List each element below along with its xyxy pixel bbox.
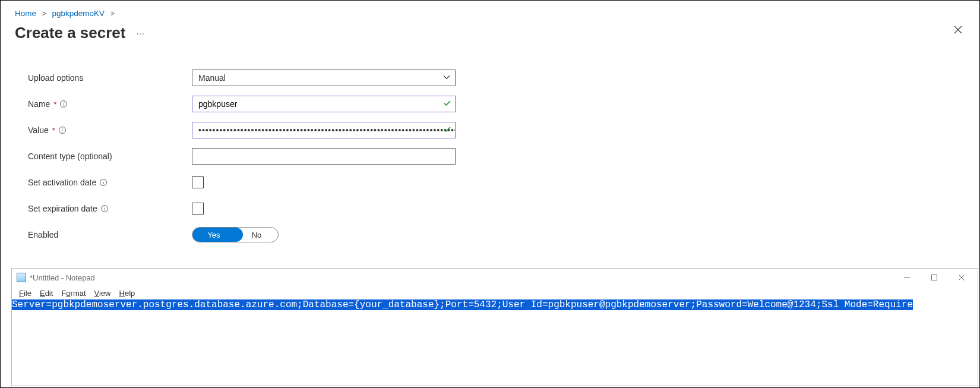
required-mark: * (52, 126, 55, 135)
close-button[interactable] (951, 23, 965, 37)
content-type-label: Content type (optional) (28, 152, 112, 161)
close-icon (959, 275, 965, 280)
value-label: Value (28, 125, 49, 135)
maximize-button[interactable] (921, 269, 948, 286)
menu-help[interactable]: Help (116, 288, 139, 298)
menu-edit[interactable]: Edit (36, 288, 56, 298)
menu-view[interactable]: View (91, 288, 115, 298)
notepad-editor[interactable]: Server=pgbkpdemoserver.postgres.database… (12, 299, 978, 386)
toggle-yes[interactable]: Yes (192, 231, 235, 239)
required-mark: * (53, 100, 56, 109)
close-icon (954, 26, 962, 34)
breadcrumb-kv[interactable]: pgbkpdemoKV (52, 9, 105, 18)
notepad-icon (17, 273, 26, 282)
info-icon[interactable]: i (101, 205, 108, 212)
menu-format[interactable]: Format (58, 288, 89, 298)
toggle-no[interactable]: No (235, 231, 278, 239)
menu-file[interactable]: File (15, 288, 35, 298)
info-icon[interactable]: i (100, 179, 107, 186)
page-title: Create a secret (15, 24, 125, 42)
value-input[interactable]: ••••••••••••••••••••••••••••••••••••••••… (192, 122, 456, 138)
upload-options-select[interactable]: Manual (192, 70, 456, 86)
chevron-down-icon (443, 73, 450, 83)
breadcrumb-sep: > (107, 10, 118, 18)
notepad-text: Server=pgbkpdemoserver.postgres.database… (12, 299, 913, 310)
minimize-button[interactable] (893, 269, 921, 286)
content-type-input[interactable] (192, 148, 456, 165)
breadcrumb: Home > pgbkpdemoKV > (1, 1, 979, 20)
info-icon[interactable]: i (59, 127, 66, 134)
enabled-toggle[interactable]: Yes No (192, 227, 279, 242)
breadcrumb-sep: > (39, 10, 50, 18)
activation-date-label: Set activation date (28, 178, 96, 187)
more-button[interactable]: ··· (136, 29, 145, 38)
expiration-date-label: Set expiration date (28, 204, 97, 213)
upload-options-label: Upload options (28, 73, 83, 83)
name-input[interactable] (192, 96, 456, 112)
svg-rect-0 (932, 275, 937, 280)
notepad-title: *Untitled - Notepad (30, 273, 95, 282)
close-button[interactable] (948, 269, 975, 286)
upload-options-value: Manual (198, 73, 226, 83)
breadcrumb-home[interactable]: Home (15, 9, 36, 18)
info-icon[interactable]: i (60, 100, 67, 108)
notepad-titlebar[interactable]: *Untitled - Notepad (12, 269, 978, 286)
notepad-menu: File Edit Format View Help (12, 286, 978, 299)
activation-date-checkbox[interactable] (192, 176, 204, 188)
enabled-label: Enabled (28, 230, 58, 239)
notepad-window: *Untitled - Notepad File Edit Format Vie… (11, 268, 978, 386)
expiration-date-checkbox[interactable] (192, 203, 204, 214)
name-label: Name (28, 99, 50, 109)
maximize-icon (931, 275, 937, 280)
minimize-icon (904, 275, 910, 280)
